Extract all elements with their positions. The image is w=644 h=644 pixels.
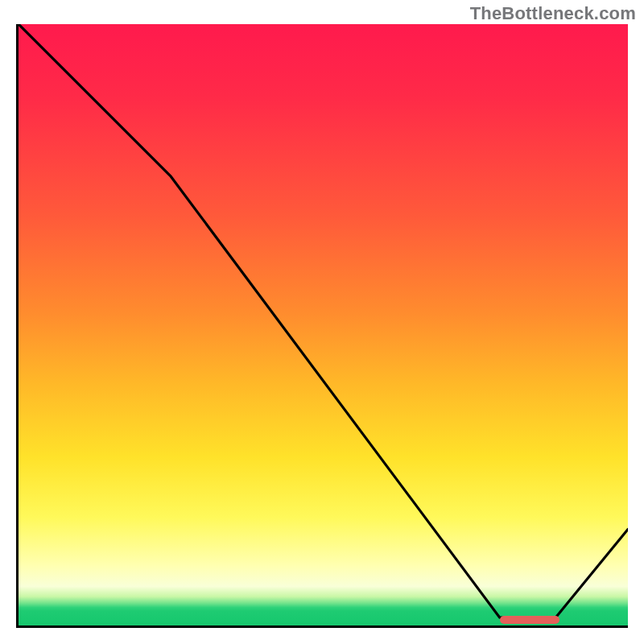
chart-plot-area [16,24,628,628]
bottleneck-range-marker [500,616,559,624]
bottleneck-curve-line [19,24,628,617]
attribution-label: TheBottleneck.com [470,3,636,24]
chart-curve-layer [19,24,628,625]
page-root: TheBottleneck.com [0,0,644,644]
